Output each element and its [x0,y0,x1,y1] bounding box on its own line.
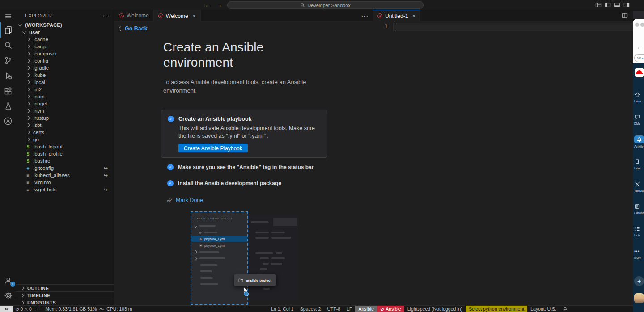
side-app-back-icon[interactable]: ← [636,44,642,51]
keyboard-layout[interactable]: Layout: U.S. [527,306,559,312]
user-avatar[interactable] [634,293,644,303]
activity-run-debug-icon[interactable] [0,68,16,83]
explorer-more-icon[interactable]: ··· [103,13,110,19]
close-tab-icon[interactable]: × [193,13,196,19]
tree-item[interactable]: go [16,136,114,143]
walkthrough-step[interactable]: ✓Install the Ansible development package [161,180,327,186]
tab-label: Welcome [127,13,149,19]
command-center-search[interactable]: Developer Sandbox [227,1,424,9]
tree-item[interactable]: $.bash_logout [16,143,114,150]
sidebar-section-outline[interactable]: OUTLINE [16,284,114,291]
tab-bar-2: A Untitled-1 × ··· [373,10,644,22]
go-back-link[interactable]: Go Back [114,22,148,32]
eol[interactable]: LF [343,306,355,312]
create-ansible-playbook-button[interactable]: Create Ansible Playbook [178,144,248,152]
text-editor[interactable]: 1 [373,22,644,306]
tree-item-label: go [33,137,39,142]
memory-usage[interactable]: Mem: 0.83/1.61 GB 51% [43,306,99,312]
activity-testing-icon[interactable] [0,98,16,114]
remote-indicator[interactable]: >< [0,306,13,312]
tree-item[interactable]: .cache [16,36,114,43]
tree-item[interactable]: .composer [16,50,114,57]
toggle-panel-icon[interactable] [614,2,620,8]
cursor-position[interactable]: Ln 1, Col 1 [268,306,297,312]
step-card-description: This will activate Ansible development t… [178,125,322,140]
sidebar-section-timeline[interactable]: TIMELINE [16,291,114,299]
tree-item[interactable]: certs [16,129,114,136]
settings-button[interactable] [0,288,16,303]
tree-item[interactable]: user [16,29,114,36]
traffic-light-icon[interactable] [640,23,644,27]
tree-item[interactable]: .sbt [16,122,114,129]
canvas-icon [634,202,643,210]
walkthrough-step[interactable]: ✓Make sure you see the "Ansible" tag in … [161,164,327,170]
nav-back-icon[interactable]: ← [205,2,211,8]
tree-item[interactable]: .gradle [16,64,114,72]
activity-bar: 1 [0,10,16,306]
nav-forward-icon[interactable]: → [217,2,223,8]
activity-search-icon[interactable] [0,38,16,53]
tab-untitled-1[interactable]: A Untitled-1 × [373,10,420,22]
side-app-nav-lists[interactable]: Lists [634,225,644,237]
indentation[interactable]: Spaces: 2 [297,306,324,312]
editor-actions-more-icon[interactable]: ··· [361,13,369,19]
step-check-icon: ✓ [168,116,174,122]
side-app-nav-templates[interactable]: Templates [634,180,644,192]
tree-item[interactable]: .config [16,57,114,64]
mark-done-link[interactable]: ✓✓ Mark Done [166,197,203,203]
tree-item[interactable]: $.bashrc [16,157,114,164]
tab-welcome[interactable]: AWelcome [114,10,154,21]
activity-ansible-icon[interactable] [0,114,16,129]
workspace-logo[interactable] [635,68,644,77]
toggle-secondary-sidebar-icon[interactable] [623,2,630,8]
tree-item[interactable]: ≡.wget-hsts↪ [16,186,114,193]
lightspeed-status[interactable]: Lightspeed (Not logged in) [404,306,466,312]
activity-menu-icon[interactable] [0,10,16,22]
tree-item[interactable]: (WORKSPACE) [16,21,114,29]
problems-status[interactable]: ⊘ 0 △ 0 [15,306,32,312]
tree-item[interactable]: .cargo [16,43,114,50]
ansible-status[interactable]: ⊘Ansible [377,306,404,312]
tab-welcome[interactable]: AWelcome× [154,10,201,22]
side-app-nav-more[interactable]: •••More [634,247,644,259]
tree-item[interactable]: .rustup [16,114,114,122]
account-badge: 1 [10,282,15,287]
current-line-highlight [393,23,637,31]
tree-item[interactable]: .nvm [16,107,114,114]
side-app-nav-later[interactable]: Later [634,158,644,170]
python-environment[interactable]: Select python environment [466,306,527,312]
split-editor-icon[interactable] [622,13,628,19]
toggle-primary-sidebar-icon[interactable] [605,2,611,8]
tree-item[interactable]: ≡.viminfo [16,179,114,186]
side-app-nav-canvases[interactable]: Canvases [634,202,644,215]
tree-item[interactable]: .npm [16,93,114,100]
add-button[interactable]: + [634,276,644,286]
search-icon [300,3,305,8]
close-tab-icon[interactable]: × [412,13,415,19]
activity-extensions-icon[interactable] [0,83,16,98]
traffic-light-icon[interactable] [635,23,639,27]
activity-explorer-icon[interactable] [0,22,16,38]
side-app-nav-home[interactable]: Home [634,91,644,103]
accounts-button[interactable]: 1 [0,273,16,288]
notifications[interactable] [559,306,571,312]
tree-item[interactable]: $.bash_profile [16,150,114,157]
encoding[interactable]: UTF-8 [324,306,343,312]
tree-item[interactable]: .kube [16,72,114,79]
tree-item[interactable]: ≡.kubectl_aliases↪ [16,172,114,179]
tree-item[interactable]: .m2 [16,86,114,93]
customize-layout-icon[interactable] [595,2,602,8]
side-app-nav-activity[interactable]: Activity [634,135,644,148]
activity-source-control-icon[interactable] [0,53,16,68]
side-app-search[interactable]: Work [634,54,644,62]
cpu-usage[interactable]: CPU: 103 m [104,306,134,312]
doc-file-icon: ≡ [26,173,30,178]
bell-icon [563,306,568,312]
language-mode[interactable]: Ansible [355,306,377,312]
side-app-nav-dms[interactable]: DMs [634,113,644,125]
tree-item[interactable]: ◆.gitconfig↪ [16,164,114,172]
status-more-icon[interactable]: ··· [32,306,43,312]
tree-item[interactable]: .local [16,79,114,86]
tree-item[interactable]: .nuget [16,100,114,107]
sidebar-section-endpoints[interactable]: ENDPOINTS [16,299,114,306]
